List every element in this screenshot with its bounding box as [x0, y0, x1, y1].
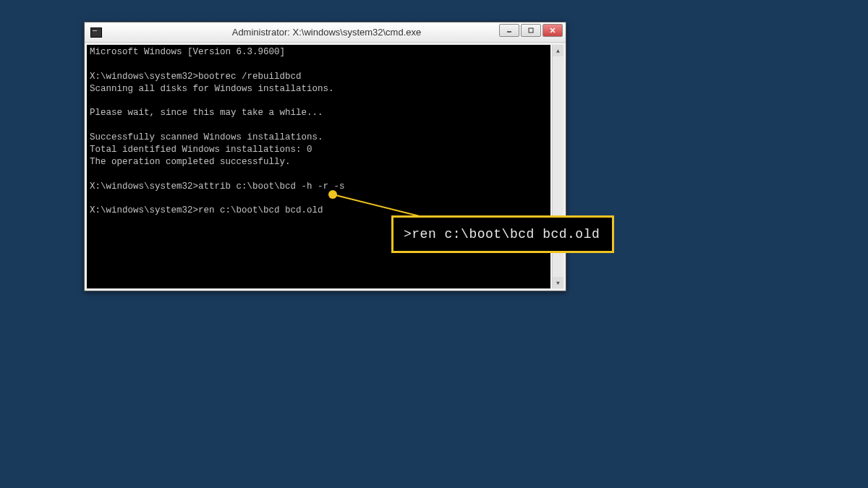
window-title: Administrator: X:\windows\system32\cmd.e… — [102, 27, 566, 38]
command-callout: >ren c:\boot\bcd bcd.old — [391, 215, 614, 253]
titlebar[interactable]: Administrator: X:\windows\system32\cmd.e… — [85, 22, 566, 43]
cmd-icon — [90, 27, 102, 38]
svg-rect-1 — [529, 28, 533, 33]
minimize-button[interactable] — [499, 24, 519, 37]
maximize-button[interactable] — [521, 24, 541, 37]
window-controls — [499, 24, 563, 37]
scroll-down-arrow-icon[interactable]: ▼ — [553, 277, 563, 288]
scroll-up-arrow-icon[interactable]: ▲ — [553, 45, 563, 56]
close-button[interactable] — [542, 24, 563, 37]
callout-text: >ren c:\boot\bcd bcd.old — [404, 227, 600, 241]
callout-anchor-dot-icon — [328, 190, 337, 199]
window-body: Microsoft Windows [Version 6.3.9600] X:\… — [85, 43, 566, 291]
